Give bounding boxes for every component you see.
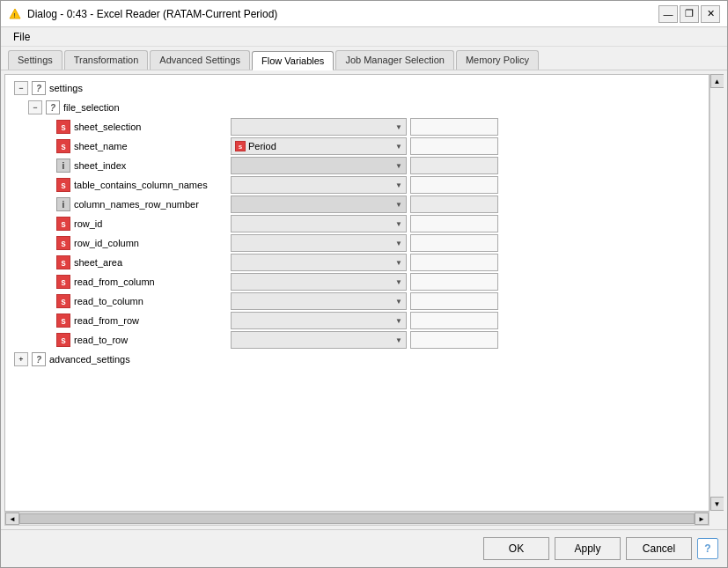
dropdown-arrow-read-to-row: ▼ — [395, 336, 402, 344]
tree-node-row-id: s row_id ▼ — [5, 214, 709, 233]
dropdown-read-to-column[interactable]: ▼ — [231, 292, 407, 310]
file-menu[interactable]: File — [8, 29, 35, 45]
dropdown-arrow-column-names-row-number: ▼ — [395, 201, 402, 209]
main-content: − ? settings − ? file_selection s sheet_… — [1, 70, 727, 529]
tree-node-sheet-area: s sheet_area ▼ — [5, 253, 709, 272]
dropdown-sheet-name[interactable]: s Period ▼ — [231, 137, 407, 155]
icon-file-selection: ? — [46, 100, 60, 114]
icon-sheet-area: s — [56, 255, 70, 269]
label-sheet-area: sheet_area — [72, 257, 231, 268]
icon-column-names-row-number: i — [56, 197, 70, 211]
bottom-buttons: OK Apply Cancel ? — [1, 529, 727, 567]
input-row-id-column[interactable] — [410, 234, 498, 252]
tree-node-sheet-index: i sheet_index ▼ — [5, 156, 709, 175]
dropdown-sheet-area[interactable]: ▼ — [231, 254, 407, 271]
h-scroll-track[interactable] — [19, 513, 695, 525]
input-sheet-index[interactable] — [410, 157, 498, 174]
dropdown-sheet-selection[interactable]: ▼ — [231, 118, 407, 136]
app-icon: ! — [8, 7, 22, 21]
restore-button[interactable]: ❐ — [680, 5, 699, 23]
icon-read-from-column: s — [56, 275, 70, 289]
tree-node-read-from-row: s read_from_row ▼ — [5, 311, 709, 330]
help-button[interactable]: ? — [697, 538, 718, 559]
controls-row-id: ▼ — [231, 215, 498, 232]
input-read-to-column[interactable] — [410, 292, 498, 310]
input-sheet-selection[interactable] — [410, 118, 498, 136]
scroll-down-button[interactable]: ▼ — [710, 497, 724, 511]
menu-bar: File — [1, 27, 727, 47]
title-buttons: — ❐ ✕ — [658, 5, 720, 23]
dropdown-arrow-sheet-name: ▼ — [395, 143, 402, 151]
label-file-selection: file_selection — [62, 102, 220, 113]
controls-read-from-row: ▼ — [231, 312, 498, 329]
expand-settings[interactable]: − — [14, 81, 28, 95]
dropdown-read-from-column[interactable]: ▼ — [231, 273, 407, 291]
apply-button[interactable]: Apply — [555, 537, 621, 560]
dropdown-sheet-index[interactable]: ▼ — [231, 157, 407, 174]
input-sheet-area[interactable] — [410, 254, 498, 271]
horizontal-scrollbar[interactable]: ◄ ► — [4, 512, 710, 526]
icon-table-contains-column-names: s — [56, 178, 70, 192]
label-sheet-name: sheet_name — [72, 141, 231, 151]
controls-sheet-selection: ▼ — [231, 118, 498, 136]
minimize-button[interactable]: — — [658, 5, 678, 23]
value-icon-sheet-name: s — [235, 141, 246, 151]
tab-settings[interactable]: Settings — [8, 50, 63, 70]
tree-node-column-names-row-number: i column_names_row_number ▼ — [5, 195, 709, 214]
title-bar: ! Dialog - 0:43 - Excel Reader (RATAM-Cu… — [1, 1, 727, 27]
controls-column-names-row-number: ▼ — [231, 195, 498, 213]
tab-advanced-settings[interactable]: Advanced Settings — [150, 50, 250, 70]
window-title: Dialog - 0:43 - Excel Reader (RATAM-Curr… — [27, 8, 277, 20]
dropdown-row-id[interactable]: ▼ — [231, 215, 407, 232]
label-read-to-row: read_to_row — [72, 335, 231, 345]
label-sheet-selection: sheet_selection — [72, 122, 231, 132]
cancel-button[interactable]: Cancel — [626, 537, 692, 560]
close-button[interactable]: ✕ — [701, 5, 720, 23]
icon-row-id: s — [56, 217, 70, 231]
input-read-to-row[interactable] — [410, 331, 498, 349]
dropdown-row-id-column[interactable]: ▼ — [231, 234, 407, 252]
label-read-from-row: read_from_row — [72, 315, 231, 326]
ok-button[interactable]: OK — [483, 537, 549, 560]
dropdown-read-to-row[interactable]: ▼ — [231, 331, 407, 349]
input-read-from-row[interactable] — [410, 312, 498, 329]
label-row-id: row_id — [72, 218, 231, 229]
input-table-contains-column-names[interactable] — [410, 176, 498, 194]
scroll-up-button[interactable]: ▲ — [710, 74, 724, 88]
label-advanced-settings: advanced_settings — [48, 354, 206, 365]
label-read-from-column: read_from_column — [72, 277, 231, 287]
dropdown-arrow-sheet-index: ▼ — [395, 162, 402, 170]
tab-job-manager[interactable]: Job Manager Selection — [335, 50, 454, 70]
input-sheet-name[interactable] — [410, 137, 498, 155]
label-table-contains-column-names: table_contains_column_names — [72, 180, 231, 190]
tab-transformation[interactable]: Transformation — [64, 50, 149, 70]
scroll-left-button[interactable]: ◄ — [5, 513, 19, 525]
dropdown-arrow-read-from-column: ▼ — [395, 278, 402, 286]
controls-read-from-column: ▼ — [231, 273, 498, 291]
input-row-id[interactable] — [410, 215, 498, 232]
dropdown-column-names-row-number[interactable]: ▼ — [231, 195, 407, 213]
scroll-track[interactable] — [710, 88, 724, 497]
input-column-names-row-number[interactable] — [410, 195, 498, 213]
expand-file-selection[interactable]: − — [28, 100, 42, 114]
dropdown-arrow-row-id-column: ▼ — [395, 240, 402, 247]
tabs-bar: Settings Transformation Advanced Setting… — [1, 47, 727, 70]
dropdown-table-contains-column-names[interactable]: ▼ — [231, 176, 407, 194]
dropdown-read-from-row[interactable]: ▼ — [231, 312, 407, 329]
tab-flow-variables[interactable]: Flow Variables — [252, 51, 334, 70]
tree-node-sheet-selection: s sheet_selection ▼ — [5, 117, 709, 136]
tab-memory-policy[interactable]: Memory Policy — [456, 50, 539, 70]
label-read-to-column: read_to_column — [72, 296, 231, 306]
input-read-from-column[interactable] — [410, 273, 498, 291]
controls-read-to-column: ▼ — [231, 292, 498, 310]
icon-read-to-row: s — [56, 333, 70, 347]
tree-node-read-to-column: s read_to_column ▼ — [5, 291, 709, 311]
dropdown-arrow-sheet-selection: ▼ — [395, 123, 402, 131]
h-scroll-thumb[interactable] — [19, 513, 695, 524]
scroll-right-button[interactable]: ► — [695, 513, 709, 525]
sheet-name-text: Period — [248, 141, 276, 151]
main-window: ! Dialog - 0:43 - Excel Reader (RATAM-Cu… — [0, 0, 728, 568]
label-sheet-index: sheet_index — [72, 160, 231, 171]
expand-advanced-settings[interactable]: + — [14, 352, 28, 366]
vertical-scrollbar[interactable]: ▲ ▼ — [710, 74, 724, 511]
